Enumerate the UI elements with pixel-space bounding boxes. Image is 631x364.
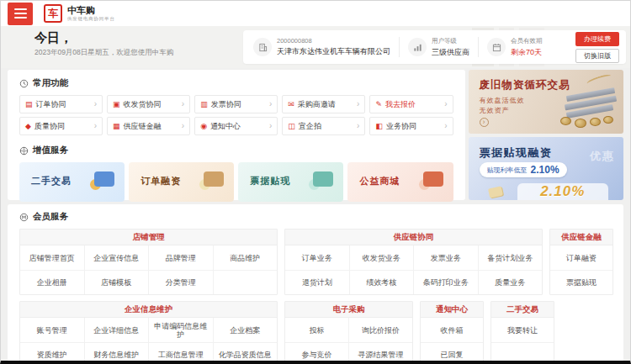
quick-link[interactable]: ▦供应链金融› [107,117,190,135]
empty-cell [213,270,278,294]
account-info-card: 2000000808 天津市东达伟业机车车辆有限公司 用户等级 三级供应商 [243,30,626,64]
company-info: 2000000808 天津市东达伟业机车车辆有限公司 [253,37,390,57]
user-level-info: 用户等级 三级供应商 [408,37,469,58]
bill-discount-banner[interactable]: 优惠 票据贴现融资 贴现利率低至2.10% 2.10% [469,137,623,200]
service-link[interactable]: 条码打印业务 [413,270,478,294]
quick-link[interactable]: ▤订单协同› [19,95,103,113]
banner-watermark: 优惠 [590,149,615,164]
value-service-card[interactable]: 二手交易 [19,162,125,202]
quick-link-label: 收发货协同 [124,99,182,110]
coin-illustration [560,117,571,125]
functions-panel: 常用功能 ▤订单协同›▣收发货协同›▥发票协同›✉采购商邀请›✎我去报价›◆质量… [8,70,465,200]
service-link[interactable]: 店铺管理首页 [20,245,84,270]
switch-old-version-button[interactable]: 切换旧版 [575,49,619,63]
service-link[interactable]: 资质维护 [20,342,84,364]
service-link[interactable]: 化学品资质信息 [213,342,278,364]
service-link[interactable]: 投标 [285,318,348,342]
member-tables-row: 企业信息维护账号管理企业详细信息申请编码信息维护企业档案资质维护财务信息维护工商… [19,301,612,364]
service-link[interactable]: 参与竞价 [285,342,348,364]
shipping-icon: ▣ [113,101,120,108]
service-link[interactable]: 企业详细信息 [84,318,149,342]
service-link[interactable]: 店铺模板 [84,270,149,294]
business-icon: ◧ [375,123,383,130]
service-link[interactable]: 订单业务 [285,245,349,270]
service-link[interactable]: 商品维护 [213,245,278,270]
company-id: 2000000808 [277,37,390,45]
service-link[interactable]: 质量业务 [478,270,543,294]
chevron-right-icon: › [444,100,447,108]
quick-link[interactable]: ◧业务协同› [369,117,453,135]
finance-icon: ▦ [113,123,120,130]
recycle-trade-banner[interactable]: 废旧物资循环交易 有效盘活低效 无效资产 › [469,70,623,134]
quick-link[interactable]: ✎我去报价› [369,95,453,113]
level-label: 用户等级 [432,37,469,45]
quick-link[interactable]: ✉采购商邀请› [282,95,365,113]
quick-link[interactable]: ◫宜企拍› [282,117,365,135]
service-link[interactable]: 已回复 [421,342,483,364]
monitor-illustration [423,171,443,187]
chevron-right-icon: › [444,122,447,130]
service-table-row: 店铺管理首页企业宣传信息品牌管理商品维护 [20,245,277,270]
value-service-card[interactable]: 票据贴现 [238,162,343,202]
service-link[interactable]: 申请编码信息维护 [148,318,213,342]
service-link[interactable]: 退货计划 [285,270,349,294]
document-illustration [313,171,333,187]
chevron-right-icon: › [269,122,272,130]
service-link[interactable]: 收件箱 [421,318,483,342]
member-services-title: 会员服务 [19,211,612,223]
menu-icon[interactable] [8,3,33,25]
quick-link-label: 订单协同 [36,99,94,110]
service-link[interactable]: 绩效考核 [349,270,414,294]
service-table-header: 二手交易 [491,302,554,318]
laptop-whale-illustration [94,171,114,187]
renew-membership-button[interactable]: 办理续费 [575,32,619,46]
service-table-header: 企业信息维护 [20,302,277,318]
membership-label: 会员有效期 [511,37,543,45]
value-added-title: 增值服务 [19,145,453,156]
chevron-right-icon: › [357,122,359,130]
quick-link[interactable]: ▥发票协同› [194,95,278,113]
value-service-card[interactable]: 公益商城 [347,162,453,202]
member-tables-row: 店铺管理店铺管理首页企业宣传信息品牌管理商品维护企业相册店铺模板分类管理供应链协… [19,229,612,295]
service-link[interactable]: 财务信息维护 [84,342,149,364]
membership-info: 会员有效期 剩余70天 [487,37,543,58]
service-table-row: 投标询比价报价 [285,318,412,342]
service-table-header: 通知中心 [421,302,483,318]
service-link[interactable]: 分类管理 [148,270,213,294]
value-service-card[interactable]: 订单融资 [129,162,234,202]
service-link[interactable]: 发票业务 [413,245,478,270]
service-table-row: 账号管理企业详细信息申请编码信息维护企业档案 [20,318,277,342]
service-link[interactable]: 企业相册 [20,270,84,294]
service-table-row: 已回复 [421,342,483,364]
service-link[interactable]: 备货计划业务 [478,245,543,270]
service-link[interactable]: 品牌管理 [148,245,213,270]
service-link[interactable]: 企业宣传信息 [84,245,149,270]
banner-subtitle: 有效盘活低效 [480,96,525,105]
service-table-row: 收件箱 [421,318,483,342]
service-link[interactable]: 账号管理 [20,318,84,342]
service-table: 企业信息维护账号管理企业详细信息申请编码信息维护企业档案资质维护财务信息维护工商… [19,301,278,364]
order-doc-icon: ▤ [25,101,33,108]
service-link[interactable]: 我要转让 [491,318,554,342]
service-table-row: 参与竞价寻源结果管理 [285,342,412,364]
service-table-header: 电子采购 [285,302,412,318]
service-link[interactable]: 工商信息管理 [148,342,213,364]
coin-illustration [603,116,613,124]
service-table-row: 票据贴现 [550,270,612,294]
welcome-strip: 今日， 2023年09月08日星期五，欢迎您使用中车购 2000000808 天… [1,26,630,68]
service-link[interactable]: 订单融资 [550,245,612,270]
quick-link[interactable]: ◆质量协同› [19,117,103,135]
service-link[interactable]: 票据贴现 [550,270,612,294]
quick-link-label: 宜企拍 [299,121,357,132]
quick-link-label: 供应链金融 [124,121,182,132]
service-link[interactable]: 询比价报价 [348,318,412,342]
service-link[interactable]: 收发货业务 [349,245,414,270]
logo-title: 中车购 [67,5,120,15]
quick-link[interactable]: ▣收发货协同› [107,95,190,113]
auction-icon: ◫ [288,123,295,130]
quick-link[interactable]: ◉通知中心› [194,117,278,135]
service-link[interactable]: 寻源结果管理 [348,342,412,364]
ribbon-decor [586,73,612,87]
service-table: 电子采购投标询比价报价参与竞价寻源结果管理 [284,301,413,364]
service-link[interactable]: 企业档案 [213,318,278,342]
